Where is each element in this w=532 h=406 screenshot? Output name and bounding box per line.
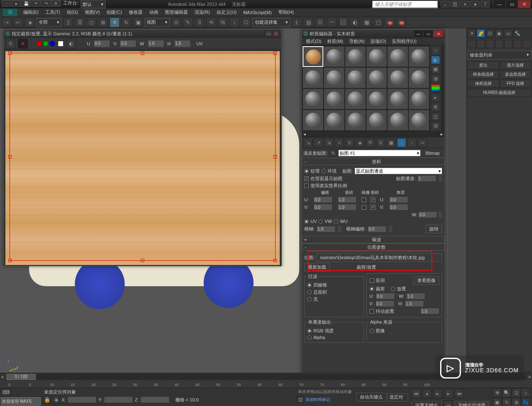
channel-a-icon[interactable]: [58, 41, 64, 47]
sample-slot[interactable]: [324, 89, 345, 109]
select-icon[interactable]: ▯: [63, 17, 73, 27]
rp-tool-icon[interactable]: [477, 40, 485, 48]
open-icon[interactable]: ▸: [12, 0, 21, 7]
key-filter-button[interactable]: 关键点过滤器: [454, 401, 489, 406]
key-sel-dropdown[interactable]: 选定对: [387, 393, 408, 401]
lock-icon[interactable]: 🔒: [43, 396, 51, 404]
real-world-check[interactable]: [304, 183, 309, 188]
sample-slot[interactable]: [387, 110, 408, 131]
search-input[interactable]: [372, 0, 438, 8]
background-icon[interactable]: ▦: [431, 65, 440, 74]
rp-tool-icon[interactable]: [513, 40, 522, 48]
material-editor-icon[interactable]: ◐: [350, 17, 360, 27]
modify-tab-icon[interactable]: 🌈: [477, 29, 485, 37]
pick-icon[interactable]: ✎: [329, 149, 337, 157]
link-icon[interactable]: ⇢: [2, 17, 12, 27]
sample-slot-0[interactable]: [303, 46, 323, 67]
w-spinner[interactable]: 1.0: [148, 40, 164, 47]
texture-radio[interactable]: [304, 169, 309, 173]
app-menu-button[interactable]: Ⓢ: [2, 9, 17, 16]
redo-icon[interactable]: ↷: [42, 0, 51, 7]
sample-slot[interactable]: [409, 46, 429, 67]
ref-coord-dropdown[interactable]: 视图▾: [145, 18, 170, 27]
apply-check[interactable]: [369, 278, 374, 283]
v-offset[interactable]: 0.0: [313, 204, 332, 210]
align-icon[interactable]: ▤: [303, 17, 313, 27]
none-radio[interactable]: [307, 297, 312, 302]
channel-b-icon[interactable]: [49, 41, 55, 47]
sample-slot[interactable]: [345, 89, 366, 109]
time-handle[interactable]: 0 / 100: [7, 374, 36, 380]
sample-slot[interactable]: [366, 110, 387, 131]
bitmap-rollout-header[interactable]: -位图参数: [302, 243, 445, 251]
add-time-tag[interactable]: 添加时间标记: [305, 397, 330, 403]
edit-named-icon[interactable]: ⎔: [241, 17, 251, 27]
menu-help[interactable]: 帮助(H): [275, 8, 297, 16]
marquee-icon[interactable]: ◻: [86, 17, 96, 27]
maxscript-mini-icon[interactable]: ⌨: [1, 389, 11, 396]
walk-icon[interactable]: 👣: [521, 398, 530, 406]
sample-slot[interactable]: [303, 110, 323, 131]
jitter-spinner[interactable]: 1.0: [420, 308, 439, 314]
goto-end-icon[interactable]: ⏭: [455, 389, 464, 398]
mat-menu-options[interactable]: 选项(O): [368, 38, 389, 45]
reset-icon[interactable]: ✕: [335, 138, 344, 147]
show-map-icon[interactable]: ▦: [387, 138, 396, 147]
move-icon[interactable]: ✥: [110, 17, 120, 27]
mat-menu-material[interactable]: 材质(M): [325, 38, 346, 45]
rp-tool-icon[interactable]: [468, 40, 476, 48]
rp-tool-icon[interactable]: [504, 40, 512, 48]
sign-in-icon[interactable]: ⚿: [451, 1, 460, 7]
workspace-dropdown[interactable]: 默认▾: [81, 0, 106, 8]
scale-icon[interactable]: ▣: [133, 17, 143, 27]
sample-slot[interactable]: [345, 67, 366, 88]
zoom-all-icon[interactable]: ⊡: [512, 388, 521, 397]
zoom-icon[interactable]: 🔍: [502, 388, 511, 397]
video-check-icon[interactable]: [431, 84, 440, 93]
sat-radio[interactable]: [307, 290, 312, 295]
menu-tools[interactable]: 工具(T): [42, 8, 64, 16]
save-bitmap-icon[interactable]: ⎘: [5, 39, 15, 49]
setkey-button[interactable]: 设置关键点: [411, 401, 442, 406]
alpha-radio[interactable]: [307, 335, 312, 340]
sample-slot[interactable]: [387, 89, 408, 109]
mod-patch-sel[interactable]: 面片选择: [500, 61, 532, 69]
crop-rectangle[interactable]: [10, 53, 276, 261]
pyramid-radio[interactable]: [307, 283, 312, 287]
menu-maxscript[interactable]: MAXScript(M): [240, 9, 275, 16]
menu-views[interactable]: 视图(V): [81, 8, 103, 16]
v-spinner[interactable]: 0.0: [120, 40, 136, 47]
tag-icon[interactable]: ⊡: [297, 396, 304, 403]
manipulate-icon[interactable]: ✎: [183, 17, 193, 27]
sample-slot[interactable]: [324, 46, 345, 67]
sample-slot[interactable]: [409, 89, 429, 109]
percent-snap-icon[interactable]: %: [218, 17, 228, 27]
display-tab-icon[interactable]: ▭: [504, 29, 512, 37]
motion-tab-icon[interactable]: ◉: [495, 29, 503, 37]
modifier-list-dropdown[interactable]: 修改器列表: [468, 51, 531, 59]
wu-radio[interactable]: [334, 219, 338, 224]
show-back-check[interactable]: [304, 176, 309, 181]
iso-icon[interactable]: ◈: [52, 396, 60, 404]
create-tab-icon[interactable]: ✦: [468, 29, 476, 37]
uv-radio[interactable]: [304, 219, 309, 224]
y-input[interactable]: [104, 396, 133, 403]
backlight-icon[interactable]: ◐: [431, 56, 440, 64]
pan-icon[interactable]: ✥: [493, 388, 502, 397]
crop-u[interactable]: 0.0: [376, 293, 395, 300]
uv-tile-icon[interactable]: ⊞: [431, 74, 440, 83]
window-cross-icon[interactable]: ⊞: [98, 17, 108, 27]
mod-spline-sel[interactable]: 样条线选择: [468, 70, 499, 79]
crop-h[interactable]: 1.0: [405, 300, 424, 307]
v-tile[interactable]: 1.0: [337, 204, 357, 210]
sample-slot[interactable]: [324, 110, 345, 131]
assign-icon[interactable]: ⇲: [324, 138, 333, 147]
mat-close-button[interactable]: ✕: [433, 30, 443, 37]
pivot-icon[interactable]: ⊙: [171, 17, 181, 27]
sample-slot[interactable]: [345, 46, 366, 67]
goto-start-icon[interactable]: ⏮: [411, 389, 421, 398]
curve-editor-icon[interactable]: 〰: [327, 17, 337, 27]
angle-snap-icon[interactable]: ⟲: [206, 17, 216, 27]
options-icon[interactable]: ⚙: [431, 103, 440, 111]
h-spinner[interactable]: 1.0: [174, 40, 191, 47]
